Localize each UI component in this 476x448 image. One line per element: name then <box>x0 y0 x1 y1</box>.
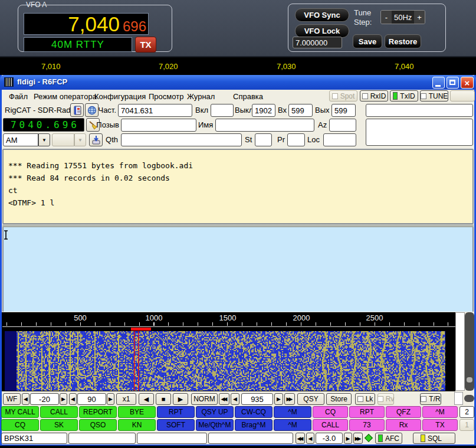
afc-toggle[interactable]: AFC <box>375 433 402 444</box>
wf-bar-knob[interactable] <box>464 395 474 402</box>
wf-side-slider[interactable] <box>465 312 474 391</box>
minimize-button[interactable] <box>432 77 445 89</box>
step-minus-button[interactable]: - <box>381 11 392 24</box>
freq-input[interactable]: 7041.631 <box>118 104 192 117</box>
macro-18[interactable]: Me/Qth^M <box>196 419 234 431</box>
loc-input[interactable] <box>323 133 356 146</box>
wf-center-button[interactable]: ■ <box>156 393 171 405</box>
macro-11[interactable]: QFZ <box>386 406 421 418</box>
st-input[interactable] <box>255 133 272 146</box>
audio-freq-value[interactable]: 935 <box>241 393 273 405</box>
wf-scroll-left[interactable]: ◀ <box>139 393 154 405</box>
restore-button[interactable]: Restore <box>385 34 421 48</box>
macro-6[interactable]: QSY UP <box>196 406 234 418</box>
wf-scroll-right[interactable]: ▶ <box>173 393 188 405</box>
tx-button[interactable]: TX <box>135 37 156 53</box>
macro-12[interactable]: ^M <box>422 406 458 418</box>
macro-23[interactable]: Rx <box>386 419 421 431</box>
vfo-entry-field[interactable]: 7.000000 <box>293 37 342 48</box>
rst-in-input[interactable]: 599 <box>288 104 313 117</box>
menu-op-mode[interactable]: Режим оператора <box>32 90 98 103</box>
store-button[interactable]: Store <box>326 393 352 405</box>
name-input[interactable] <box>215 119 314 132</box>
wf-mode-button[interactable]: WF <box>3 393 21 405</box>
save-button[interactable]: Save <box>353 34 382 48</box>
freq-step-down-fast[interactable]: ◀◀ <box>219 393 229 405</box>
squelch-down[interactable]: ◀ <box>306 433 314 444</box>
macro-22[interactable]: 73 <box>349 419 385 431</box>
rst-out-input[interactable]: 599 <box>331 104 356 117</box>
tx-text-pane[interactable] <box>2 227 474 312</box>
maximize-button[interactable] <box>447 77 459 89</box>
qth-input[interactable] <box>121 133 242 146</box>
menu-view[interactable]: Просмотр <box>147 90 185 103</box>
macro-10[interactable]: RPT <box>349 406 385 418</box>
macro-9[interactable]: CQ <box>313 406 348 418</box>
macro-2[interactable]: CALL <box>40 406 78 418</box>
pr-input[interactable] <box>287 133 305 146</box>
macro-24[interactable]: TX <box>422 419 458 431</box>
squelch-down-fast[interactable]: ◀◀ <box>296 433 305 444</box>
notes1-box[interactable] <box>366 104 473 117</box>
macro-4[interactable]: BYE <box>118 406 156 418</box>
mode-combo-arrow[interactable]: ▼ <box>38 133 50 146</box>
vfo-frequency-display[interactable]: 7,040 696 <box>24 13 149 35</box>
freq-step-down[interactable]: ◀ <box>231 393 239 405</box>
macro-14[interactable]: SK <box>40 419 78 431</box>
band-mode-display[interactable]: 40M RTTY <box>24 37 132 52</box>
waterfall-display[interactable] <box>5 331 445 391</box>
call-input[interactable] <box>121 119 196 132</box>
rig-frequency-display[interactable]: 7040.696 <box>3 118 84 132</box>
close-button[interactable]: × <box>461 77 474 89</box>
wf-range-value[interactable]: 90 <box>77 393 106 405</box>
sql-toggle[interactable]: SQL <box>413 433 455 444</box>
status-mode[interactable]: BPSK31 <box>1 433 67 444</box>
time-on-input[interactable] <box>211 104 234 117</box>
macro-bank-2[interactable]: 2 <box>459 406 474 418</box>
macro-20[interactable]: ^M <box>274 419 311 431</box>
web-lookup-button[interactable] <box>85 103 99 117</box>
macro-5[interactable]: RPT <box>157 406 195 418</box>
macro-17[interactable]: SOFT <box>157 419 195 431</box>
wf-range-down[interactable]: ◀ <box>69 393 77 405</box>
step-plus-button[interactable]: + <box>414 11 425 24</box>
squelch-up[interactable]: ▶ <box>344 433 352 444</box>
wf-bandwidth-marker[interactable] <box>131 328 151 331</box>
rxid-toggle[interactable]: RxID <box>360 90 388 102</box>
txid-toggle[interactable]: TxID <box>390 90 418 102</box>
menu-help[interactable]: Справка <box>232 90 264 103</box>
freq-step-up-fast[interactable]: ▶▶ <box>284 393 295 405</box>
squelch-value[interactable]: -3.0 <box>316 433 343 444</box>
macro-19[interactable]: Brag^M <box>235 419 273 431</box>
wf-speed-button[interactable]: NORM <box>191 393 218 405</box>
macro-1[interactable]: MY CALL <box>1 406 39 418</box>
menu-file[interactable]: Файл <box>8 90 29 103</box>
time-off-input[interactable]: 1902 <box>252 104 275 117</box>
vfo-lock-button[interactable]: VFO Lock <box>295 24 349 38</box>
wf-side-slider-thumb[interactable] <box>467 377 472 382</box>
notes2-box[interactable] <box>366 119 473 146</box>
wf-range-up[interactable]: ▶ <box>107 393 114 405</box>
tr-toggle[interactable]: T/R <box>420 393 441 405</box>
rx-text-pane[interactable]: *** Reading 17551 bytes from logbook.adi… <box>2 149 474 224</box>
wf-gain-up[interactable]: ▶ <box>60 393 67 405</box>
squelch-up-fast[interactable]: ▶▶ <box>353 433 363 444</box>
qsy-button[interactable]: QSY <box>297 393 324 405</box>
macro-16[interactable]: KN <box>118 419 156 431</box>
macro-15[interactable]: QSO <box>79 419 117 431</box>
macro-3[interactable]: REPORT <box>79 406 117 418</box>
macro-7[interactable]: CW-CQ <box>235 406 273 418</box>
insert-log-button[interactable] <box>89 133 103 146</box>
wf-zoom-button[interactable]: x1 <box>116 393 136 405</box>
mode-combo[interactable]: AM ▼ <box>3 133 50 146</box>
menu-logbook[interactable]: Журнал <box>186 90 216 103</box>
macro-bank-1[interactable]: 1 <box>459 419 474 431</box>
logbook-button[interactable] <box>70 103 84 117</box>
macro-8[interactable]: ^M <box>274 406 311 418</box>
window-titlebar[interactable]: fldigi - R6FCP × <box>0 75 476 90</box>
reverse-toggle[interactable]: Rv <box>377 393 394 405</box>
spot-toggle[interactable]: Spot <box>329 90 357 102</box>
az-input[interactable] <box>329 119 356 132</box>
wf-gain-value[interactable]: -20 <box>30 393 59 405</box>
macro-21[interactable]: CALL <box>313 419 348 431</box>
